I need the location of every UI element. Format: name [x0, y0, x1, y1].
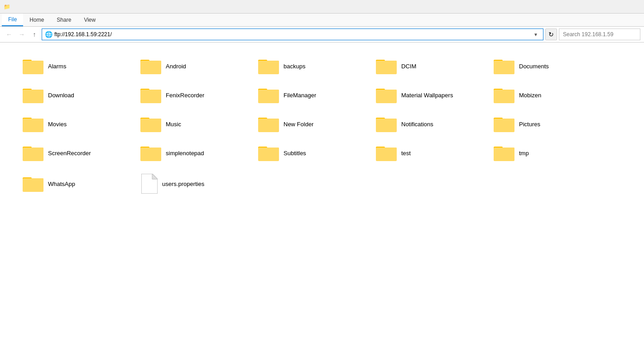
address-bar: ← → ↑ 🌐 ▼ ↻: [0, 27, 644, 43]
svg-rect-2: [23, 61, 43, 73]
folder-item[interactable]: test: [371, 140, 489, 166]
tab-share[interactable]: Share: [50, 14, 77, 26]
folder-item[interactable]: Subtitles: [254, 140, 371, 166]
folder-icon: [376, 57, 398, 75]
maximize-button[interactable]: [598, 0, 619, 14]
up-button[interactable]: ↑: [29, 29, 40, 40]
svg-rect-5: [140, 61, 161, 73]
folder-item[interactable]: tmp: [489, 140, 607, 166]
folder-label: Music: [166, 121, 181, 128]
folder-icon: [258, 115, 280, 133]
folder-label: Alarms: [48, 63, 66, 70]
svg-rect-17: [23, 90, 43, 102]
folder-label: Material Wallpapers: [401, 92, 453, 99]
folder-icon: [140, 115, 162, 133]
svg-rect-20: [140, 90, 161, 102]
folder-icon: [258, 86, 280, 104]
file-item[interactable]: users.properties: [136, 169, 254, 198]
folder-item[interactable]: Movies: [18, 111, 136, 137]
folder-item[interactable]: DCIM: [371, 53, 489, 79]
svg-marker-64: [152, 174, 158, 179]
folder-label: ScreenRecorder: [48, 150, 91, 157]
folder-icon: [258, 57, 280, 75]
svg-rect-47: [23, 148, 43, 160]
folder-label: tmp: [519, 150, 529, 157]
folder-item[interactable]: backups: [254, 53, 371, 79]
folder-icon: [140, 144, 162, 162]
folder-icon: [376, 144, 398, 162]
folder-item[interactable]: Mobizen: [489, 82, 607, 108]
svg-rect-53: [258, 148, 279, 160]
app-icon: 📁: [4, 4, 10, 10]
svg-rect-8: [258, 61, 279, 73]
folder-label: backups: [284, 63, 305, 70]
folder-label: simplenotepad: [166, 150, 204, 157]
folder-label: Download: [48, 92, 74, 99]
forward-button[interactable]: →: [16, 29, 27, 40]
folder-label: DCIM: [401, 63, 416, 70]
folder-icon: [23, 175, 44, 193]
folder-label: Notifications: [401, 121, 433, 128]
folder-label: Pictures: [519, 121, 540, 128]
folder-item[interactable]: Download: [18, 82, 136, 108]
folder-icon: [376, 86, 398, 104]
svg-rect-38: [258, 119, 279, 131]
file-icon: [140, 173, 159, 195]
folder-item[interactable]: Notifications: [371, 111, 489, 137]
folder-item[interactable]: simplenotepad: [136, 140, 254, 166]
folder-icon: [140, 57, 162, 75]
back-button[interactable]: ←: [4, 29, 14, 40]
globe-icon: 🌐: [45, 31, 53, 38]
folder-item[interactable]: Pictures: [489, 111, 607, 137]
folder-label: Mobizen: [519, 92, 541, 99]
folder-item[interactable]: ScreenRecorder: [18, 140, 136, 166]
folder-icon: [140, 86, 162, 104]
folder-icon: [23, 115, 44, 133]
folder-label: test: [401, 150, 411, 157]
folder-item[interactable]: New Folder: [254, 111, 371, 137]
folder-icon: [376, 115, 398, 133]
folder-icon: [23, 57, 44, 75]
svg-rect-62: [23, 178, 43, 191]
folder-label: New Folder: [284, 121, 313, 128]
folder-item[interactable]: FileManager: [254, 82, 371, 108]
svg-rect-44: [494, 119, 514, 131]
folder-icon: [494, 115, 515, 133]
title-bar: 📁: [0, 0, 644, 14]
folder-item[interactable]: Material Wallpapers: [371, 82, 489, 108]
folder-item[interactable]: Documents: [489, 53, 607, 79]
folder-item[interactable]: FenixRecorder: [136, 82, 254, 108]
folder-label: Movies: [48, 121, 67, 128]
tab-home[interactable]: Home: [23, 14, 50, 26]
folder-item[interactable]: WhatsApp: [18, 169, 136, 198]
svg-rect-56: [376, 148, 397, 160]
svg-rect-59: [494, 148, 514, 160]
tab-file[interactable]: File: [2, 14, 23, 26]
svg-rect-23: [258, 90, 279, 102]
svg-rect-32: [23, 119, 43, 131]
ribbon: File Home Share View: [0, 14, 644, 27]
address-input[interactable]: [54, 31, 531, 38]
search-input[interactable]: [559, 29, 640, 40]
address-dropdown-button[interactable]: ▼: [531, 30, 540, 39]
file-label: users.properties: [162, 181, 204, 187]
svg-rect-14: [494, 61, 514, 73]
tab-view[interactable]: View: [77, 14, 102, 26]
svg-rect-26: [376, 90, 397, 102]
folder-item[interactable]: Alarms: [18, 53, 136, 79]
folder-label: WhatsApp: [48, 181, 75, 187]
close-button[interactable]: [620, 0, 640, 14]
folder-icon: [494, 57, 515, 75]
minimize-button[interactable]: [576, 0, 597, 14]
file-list: Alarms Android backups DCIM: [0, 43, 644, 209]
folder-item[interactable]: Music: [136, 111, 254, 137]
folder-label: Subtitles: [284, 150, 306, 157]
folder-label: FileManager: [284, 92, 316, 99]
folder-icon: [494, 86, 515, 104]
folder-label: FenixRecorder: [166, 92, 204, 99]
refresh-button[interactable]: ↻: [545, 29, 557, 40]
folder-icon: [258, 144, 280, 162]
folder-icon: [23, 144, 44, 162]
svg-rect-41: [376, 119, 397, 131]
folder-item[interactable]: Android: [136, 53, 254, 79]
